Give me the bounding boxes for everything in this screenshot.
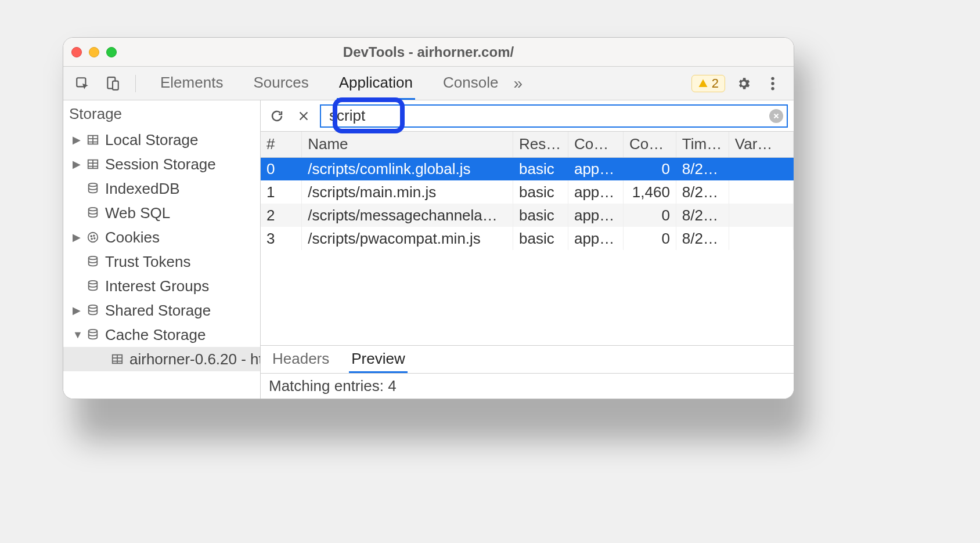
sidebar-item-local-storage[interactable]: ▶Local Storage: [63, 128, 260, 152]
table-row[interactable]: 1/scripts/main.min.jsbasicapp…1,4608/2…: [261, 180, 794, 204]
sidebar-item-label: Cache Storage: [105, 326, 206, 344]
close-window-button[interactable]: [71, 47, 82, 57]
storage-tree: ▶Local Storage▶Session Storage▶IndexedDB…: [63, 128, 260, 399]
refresh-button[interactable]: [266, 106, 287, 126]
cell-co2: 0: [623, 227, 676, 250]
separator: [135, 75, 136, 92]
cell-idx: 3: [261, 227, 302, 250]
sidebar-item-label: Session Storage: [105, 155, 216, 173]
maximize-window-button[interactable]: [106, 47, 117, 57]
sidebar-item-shared-storage[interactable]: ▶Shared Storage: [63, 298, 260, 323]
cell-name: /scripts/comlink.global.js: [302, 157, 513, 180]
panel-tab-elements[interactable]: Elements: [158, 67, 225, 100]
more-tabs-button[interactable]: »: [509, 74, 527, 93]
table-row[interactable]: 0/scripts/comlink.global.jsbasicapp…08/2…: [261, 157, 794, 180]
gear-icon: [736, 76, 751, 91]
column-header-res[interactable]: Res…: [513, 132, 568, 157]
window-controls: [71, 47, 117, 57]
kebab-icon: [770, 76, 775, 91]
settings-button[interactable]: [733, 76, 754, 91]
column-header-co1[interactable]: Co…: [568, 132, 623, 157]
sidebar-item-label: Shared Storage: [105, 302, 211, 320]
cell-co2: 0: [623, 157, 676, 180]
svg-point-9: [89, 208, 98, 211]
cell-time: 8/2…: [676, 157, 729, 180]
cache-filter-bar: [261, 100, 794, 132]
column-header-co2[interactable]: Co…: [623, 132, 676, 157]
cell-co1: app…: [568, 204, 623, 227]
sidebar-item-session-storage[interactable]: ▶Session Storage: [63, 152, 260, 176]
sidebar-item-indexeddb[interactable]: ▶IndexedDB: [63, 176, 260, 201]
cell-time: 8/2…: [676, 227, 729, 250]
svg-point-16: [89, 281, 98, 284]
sidebar-item-interest-groups[interactable]: ▶Interest Groups: [63, 274, 260, 298]
details-tab-headers[interactable]: Headers: [270, 346, 332, 373]
filter-input[interactable]: [320, 104, 788, 128]
disclosure-triangle-icon[interactable]: ▶: [73, 304, 81, 317]
cell-res: basic: [513, 157, 568, 180]
panel-tab-application[interactable]: Application: [337, 67, 415, 100]
table-row[interactable]: 3/scripts/pwacompat.min.jsbasicapp…08/2…: [261, 227, 794, 250]
window-title: DevTools - airhorner.com/: [63, 44, 794, 60]
refresh-icon: [270, 109, 284, 123]
inspect-element-icon[interactable]: [71, 73, 93, 95]
warnings-badge[interactable]: 2: [691, 75, 725, 92]
table-body: 0/scripts/comlink.global.jsbasicapp…08/2…: [261, 157, 794, 250]
disclosure-triangle-icon[interactable]: ▶: [73, 231, 81, 244]
column-header-vary[interactable]: Var…: [729, 132, 793, 157]
column-header-time[interactable]: Tim…: [676, 132, 729, 157]
device-toolbar-icon[interactable]: [102, 73, 124, 95]
cell-time: 8/2…: [676, 180, 729, 204]
db-icon: [85, 278, 100, 294]
cell-name: /scripts/main.min.js: [302, 180, 513, 204]
sidebar-item-cookies[interactable]: ▶Cookies: [63, 225, 260, 249]
column-header-idx[interactable]: #: [261, 132, 302, 157]
cell-name: /scripts/messagechannela…: [302, 204, 513, 227]
sidebar-item-label: Cookies: [105, 229, 160, 247]
titlebar: DevTools - airhorner.com/: [63, 38, 794, 67]
sidebar-item-web-sql[interactable]: ▶Web SQL: [63, 201, 260, 225]
db-icon: [85, 303, 100, 318]
svg-point-8: [89, 183, 98, 187]
cell-res: basic: [513, 180, 568, 204]
cell-idx: 0: [261, 157, 302, 180]
sidebar-item-trust-tokens[interactable]: ▶Trust Tokens: [63, 249, 260, 274]
panel-tab-console[interactable]: Console: [441, 67, 500, 100]
details-tab-preview[interactable]: Preview: [349, 346, 407, 373]
sidebar-section-title: Storage: [63, 100, 260, 128]
sidebar-item-airhorner-0-6-20-ht[interactable]: ▶airhorner-0.6.20 - ht: [63, 347, 260, 371]
cell-time: 8/2…: [676, 204, 729, 227]
panel-tabs: ElementsSourcesApplicationConsole: [158, 67, 500, 100]
svg-point-12: [93, 235, 95, 236]
disclosure-triangle-icon[interactable]: ▶: [73, 133, 81, 146]
warning-icon: [698, 78, 708, 89]
svg-point-18: [89, 330, 98, 333]
table-icon: [85, 157, 100, 172]
panel-tab-sources[interactable]: Sources: [251, 67, 311, 100]
svg-point-13: [91, 238, 92, 240]
svg-point-14: [94, 238, 95, 239]
table-row[interactable]: 2/scripts/messagechannela…basicapp…08/2…: [261, 204, 794, 227]
table-header-row: #NameRes…Co…Co…Tim…Var…: [261, 132, 794, 157]
clear-filter-button[interactable]: [769, 109, 783, 123]
application-sidebar: Storage ▶Local Storage▶Session Storage▶I…: [63, 100, 261, 399]
disclosure-triangle-icon[interactable]: ▼: [73, 329, 81, 341]
column-header-name[interactable]: Name: [302, 132, 513, 157]
cell-vary: [729, 180, 793, 204]
delete-entry-button[interactable]: [293, 106, 314, 126]
svg-point-17: [89, 305, 98, 309]
svg-rect-2: [113, 81, 118, 89]
sidebar-item-label: Web SQL: [105, 204, 170, 222]
cell-co2: 0: [623, 204, 676, 227]
status-bar: Matching entries: 4: [261, 373, 794, 399]
disclosure-triangle-icon[interactable]: ▶: [73, 158, 81, 171]
sidebar-item-label: airhorner-0.6.20 - ht: [129, 350, 260, 368]
minimize-window-button[interactable]: [89, 47, 99, 57]
sidebar-item-label: Interest Groups: [105, 277, 209, 295]
svg-point-3: [771, 77, 774, 79]
devtools-window: DevTools - airhorner.com/ ElementsSource…: [63, 37, 794, 399]
db-icon: [85, 327, 100, 342]
cell-res: basic: [513, 204, 568, 227]
sidebar-item-cache-storage[interactable]: ▼Cache Storage: [63, 323, 260, 347]
more-options-button[interactable]: [762, 76, 783, 91]
